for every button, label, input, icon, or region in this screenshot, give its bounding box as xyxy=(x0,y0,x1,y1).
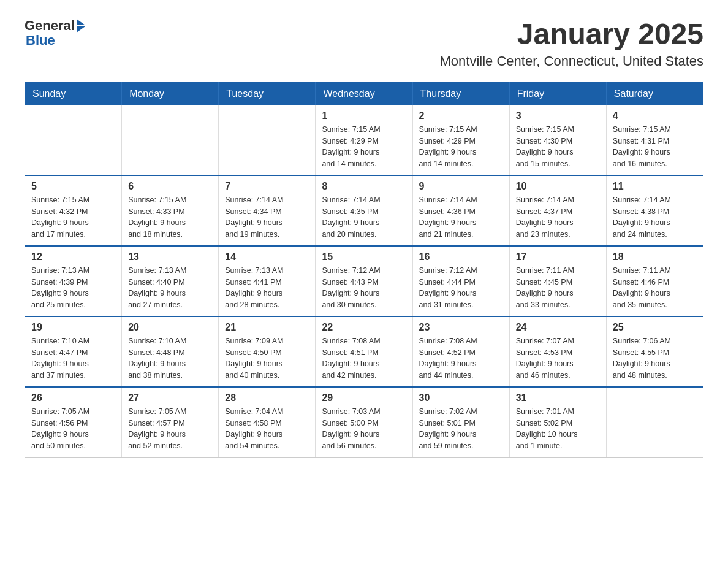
calendar-cell: 2Sunrise: 7:15 AM Sunset: 4:29 PM Daylig… xyxy=(412,105,509,175)
logo: General Blue xyxy=(25,18,85,48)
location-title: Montville Center, Connecticut, United St… xyxy=(440,53,703,69)
calendar-cell: 25Sunrise: 7:06 AM Sunset: 4:55 PM Dayli… xyxy=(606,316,703,387)
calendar-cell xyxy=(606,387,703,458)
day-info: Sunrise: 7:13 AM Sunset: 4:41 PM Dayligh… xyxy=(225,265,309,311)
calendar-cell: 27Sunrise: 7:05 AM Sunset: 4:57 PM Dayli… xyxy=(122,387,219,458)
day-number: 13 xyxy=(128,251,212,262)
day-number: 6 xyxy=(128,181,212,192)
day-number: 4 xyxy=(613,110,697,121)
day-info: Sunrise: 7:15 AM Sunset: 4:29 PM Dayligh… xyxy=(322,124,406,170)
day-number: 28 xyxy=(225,393,309,404)
day-info: Sunrise: 7:15 AM Sunset: 4:31 PM Dayligh… xyxy=(613,124,697,170)
day-info: Sunrise: 7:14 AM Sunset: 4:38 PM Dayligh… xyxy=(613,194,697,240)
weekday-header-sunday: Sunday xyxy=(25,82,122,105)
day-info: Sunrise: 7:09 AM Sunset: 4:50 PM Dayligh… xyxy=(225,335,309,381)
calendar-cell: 1Sunrise: 7:15 AM Sunset: 4:29 PM Daylig… xyxy=(316,105,412,175)
calendar-cell xyxy=(25,105,122,175)
day-info: Sunrise: 7:13 AM Sunset: 4:40 PM Dayligh… xyxy=(128,265,212,311)
day-number: 14 xyxy=(225,251,309,262)
calendar-cell: 30Sunrise: 7:02 AM Sunset: 5:01 PM Dayli… xyxy=(412,387,509,458)
day-info: Sunrise: 7:12 AM Sunset: 4:43 PM Dayligh… xyxy=(322,265,406,311)
calendar-cell: 10Sunrise: 7:14 AM Sunset: 4:37 PM Dayli… xyxy=(509,175,606,246)
calendar-cell: 8Sunrise: 7:14 AM Sunset: 4:35 PM Daylig… xyxy=(316,175,412,246)
day-info: Sunrise: 7:05 AM Sunset: 4:56 PM Dayligh… xyxy=(31,406,115,452)
day-info: Sunrise: 7:01 AM Sunset: 5:02 PM Dayligh… xyxy=(516,406,600,452)
day-number: 15 xyxy=(322,251,406,262)
calendar-week-row: 26Sunrise: 7:05 AM Sunset: 4:56 PM Dayli… xyxy=(25,387,703,458)
calendar-cell: 12Sunrise: 7:13 AM Sunset: 4:39 PM Dayli… xyxy=(25,246,122,316)
calendar-cell: 18Sunrise: 7:11 AM Sunset: 4:46 PM Dayli… xyxy=(606,246,703,316)
day-info: Sunrise: 7:08 AM Sunset: 4:52 PM Dayligh… xyxy=(419,335,503,381)
day-number: 17 xyxy=(516,251,600,262)
day-info: Sunrise: 7:08 AM Sunset: 4:51 PM Dayligh… xyxy=(322,335,406,381)
day-info: Sunrise: 7:14 AM Sunset: 4:34 PM Dayligh… xyxy=(225,194,309,240)
day-number: 31 xyxy=(516,393,600,404)
calendar-cell: 6Sunrise: 7:15 AM Sunset: 4:33 PM Daylig… xyxy=(122,175,219,246)
day-info: Sunrise: 7:15 AM Sunset: 4:33 PM Dayligh… xyxy=(128,194,212,240)
day-number: 24 xyxy=(516,322,600,333)
day-info: Sunrise: 7:15 AM Sunset: 4:29 PM Dayligh… xyxy=(419,124,503,170)
day-info: Sunrise: 7:10 AM Sunset: 4:47 PM Dayligh… xyxy=(31,335,115,381)
logo-text-blue: Blue xyxy=(26,33,85,48)
calendar-cell: 13Sunrise: 7:13 AM Sunset: 4:40 PM Dayli… xyxy=(122,246,219,316)
month-title: January 2025 xyxy=(440,18,703,51)
day-info: Sunrise: 7:11 AM Sunset: 4:46 PM Dayligh… xyxy=(613,265,697,311)
day-info: Sunrise: 7:13 AM Sunset: 4:39 PM Dayligh… xyxy=(31,265,115,311)
calendar-cell: 4Sunrise: 7:15 AM Sunset: 4:31 PM Daylig… xyxy=(606,105,703,175)
calendar-cell: 23Sunrise: 7:08 AM Sunset: 4:52 PM Dayli… xyxy=(412,316,509,387)
day-number: 29 xyxy=(322,393,406,404)
day-info: Sunrise: 7:10 AM Sunset: 4:48 PM Dayligh… xyxy=(128,335,212,381)
day-number: 18 xyxy=(613,251,697,262)
day-number: 10 xyxy=(516,181,600,192)
weekday-header-friday: Friday xyxy=(509,82,606,105)
day-info: Sunrise: 7:14 AM Sunset: 4:37 PM Dayligh… xyxy=(516,194,600,240)
page-header: General Blue January 2025 Montville Cent… xyxy=(25,18,703,69)
calendar-cell: 7Sunrise: 7:14 AM Sunset: 4:34 PM Daylig… xyxy=(219,175,316,246)
day-info: Sunrise: 7:14 AM Sunset: 4:35 PM Dayligh… xyxy=(322,194,406,240)
title-area: January 2025 Montville Center, Connectic… xyxy=(440,18,703,69)
day-number: 20 xyxy=(128,322,212,333)
calendar-week-row: 19Sunrise: 7:10 AM Sunset: 4:47 PM Dayli… xyxy=(25,316,703,387)
calendar-week-row: 5Sunrise: 7:15 AM Sunset: 4:32 PM Daylig… xyxy=(25,175,703,246)
calendar-cell: 19Sunrise: 7:10 AM Sunset: 4:47 PM Dayli… xyxy=(25,316,122,387)
day-number: 12 xyxy=(31,251,115,262)
day-number: 27 xyxy=(128,393,212,404)
day-number: 2 xyxy=(419,110,503,121)
weekday-header-thursday: Thursday xyxy=(412,82,509,105)
calendar-cell: 20Sunrise: 7:10 AM Sunset: 4:48 PM Dayli… xyxy=(122,316,219,387)
weekday-header-row: SundayMondayTuesdayWednesdayThursdayFrid… xyxy=(25,82,703,105)
day-info: Sunrise: 7:07 AM Sunset: 4:53 PM Dayligh… xyxy=(516,335,600,381)
calendar-cell xyxy=(219,105,316,175)
calendar-cell: 24Sunrise: 7:07 AM Sunset: 4:53 PM Dayli… xyxy=(509,316,606,387)
day-info: Sunrise: 7:15 AM Sunset: 4:32 PM Dayligh… xyxy=(31,194,115,240)
calendar-cell: 16Sunrise: 7:12 AM Sunset: 4:44 PM Dayli… xyxy=(412,246,509,316)
day-info: Sunrise: 7:06 AM Sunset: 4:55 PM Dayligh… xyxy=(613,335,697,381)
calendar-week-row: 1Sunrise: 7:15 AM Sunset: 4:29 PM Daylig… xyxy=(25,105,703,175)
calendar-table: SundayMondayTuesdayWednesdayThursdayFrid… xyxy=(25,82,703,458)
calendar-cell: 3Sunrise: 7:15 AM Sunset: 4:30 PM Daylig… xyxy=(509,105,606,175)
calendar-cell: 21Sunrise: 7:09 AM Sunset: 4:50 PM Dayli… xyxy=(219,316,316,387)
logo-text-general: General xyxy=(25,18,75,33)
day-number: 21 xyxy=(225,322,309,333)
calendar-cell: 26Sunrise: 7:05 AM Sunset: 4:56 PM Dayli… xyxy=(25,387,122,458)
day-number: 19 xyxy=(31,322,115,333)
day-number: 25 xyxy=(613,322,697,333)
calendar-cell: 31Sunrise: 7:01 AM Sunset: 5:02 PM Dayli… xyxy=(509,387,606,458)
calendar-week-row: 12Sunrise: 7:13 AM Sunset: 4:39 PM Dayli… xyxy=(25,246,703,316)
weekday-header-wednesday: Wednesday xyxy=(316,82,412,105)
calendar-cell: 28Sunrise: 7:04 AM Sunset: 4:58 PM Dayli… xyxy=(219,387,316,458)
day-number: 11 xyxy=(613,181,697,192)
calendar-cell: 11Sunrise: 7:14 AM Sunset: 4:38 PM Dayli… xyxy=(606,175,703,246)
day-info: Sunrise: 7:14 AM Sunset: 4:36 PM Dayligh… xyxy=(419,194,503,240)
calendar-cell xyxy=(122,105,219,175)
day-number: 26 xyxy=(31,393,115,404)
day-info: Sunrise: 7:12 AM Sunset: 4:44 PM Dayligh… xyxy=(419,265,503,311)
calendar-cell: 15Sunrise: 7:12 AM Sunset: 4:43 PM Dayli… xyxy=(316,246,412,316)
day-info: Sunrise: 7:05 AM Sunset: 4:57 PM Dayligh… xyxy=(128,406,212,452)
weekday-header-tuesday: Tuesday xyxy=(219,82,316,105)
calendar-cell: 14Sunrise: 7:13 AM Sunset: 4:41 PM Dayli… xyxy=(219,246,316,316)
weekday-header-monday: Monday xyxy=(122,82,219,105)
day-number: 7 xyxy=(225,181,309,192)
calendar-cell: 5Sunrise: 7:15 AM Sunset: 4:32 PM Daylig… xyxy=(25,175,122,246)
day-number: 1 xyxy=(322,110,406,121)
